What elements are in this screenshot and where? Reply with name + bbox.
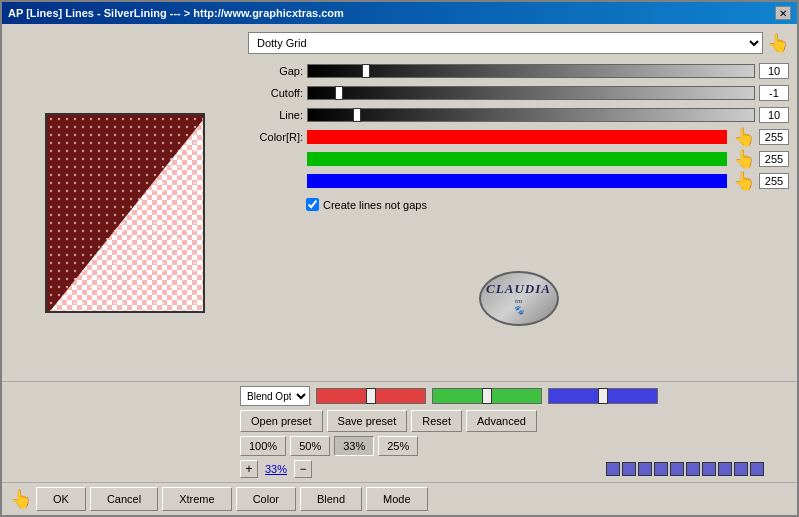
title-bar: AP [Lines] Lines - SilverLining --- > ht… [2, 2, 797, 24]
mini-sq-9[interactable] [734, 462, 748, 476]
mini-sq-7[interactable] [702, 462, 716, 476]
blend-blue-handle[interactable] [598, 388, 608, 404]
logo-paw: 🐾 [513, 305, 524, 315]
line-value[interactable]: 10 [759, 107, 789, 123]
preset-buttons-row: Open preset Save preset Reset Advanced [240, 410, 789, 432]
save-preset-button[interactable]: Save preset [327, 410, 408, 432]
ok-button[interactable]: OK [36, 487, 86, 511]
line-handle[interactable] [353, 108, 361, 122]
create-lines-checkbox[interactable] [306, 198, 319, 211]
cutoff-handle[interactable] [335, 86, 343, 100]
blend-red-slider[interactable] [316, 388, 426, 404]
dropdown-row: Dotty Grid 👆 [248, 32, 789, 54]
gap-value[interactable]: 10 [759, 63, 789, 79]
mini-sq-10[interactable] [750, 462, 764, 476]
controls-panel: Dotty Grid 👆 Gap: 10 Cutoff: -1 [248, 32, 789, 373]
zoom-plus-minus-row: + 33% − [240, 460, 789, 478]
zoom-100-button[interactable]: 100% [240, 436, 286, 456]
line-slider[interactable] [307, 108, 755, 122]
blend-button[interactable]: Blend [300, 487, 362, 511]
logo-subtext: tm [515, 297, 522, 305]
mini-sq-8[interactable] [718, 462, 732, 476]
cutoff-value[interactable]: -1 [759, 85, 789, 101]
mini-sq-4[interactable] [654, 462, 668, 476]
gap-slider-row: Gap: 10 [248, 62, 789, 80]
blend-green-slider[interactable] [432, 388, 542, 404]
cancel-button[interactable]: Cancel [90, 487, 158, 511]
action-buttons-row: 👆 OK Cancel Xtreme Color Blend Mode [2, 482, 797, 515]
color-r-value[interactable]: 255 [759, 129, 789, 145]
cutoff-slider[interactable] [307, 86, 755, 100]
mini-squares [606, 462, 764, 476]
line-label: Line: [248, 109, 303, 121]
cutoff-slider-row: Cutoff: -1 [248, 84, 789, 102]
zoom-25-button[interactable]: 25% [378, 436, 418, 456]
preview-box [45, 113, 205, 313]
mini-sq-6[interactable] [686, 462, 700, 476]
blend-blue-slider[interactable] [548, 388, 658, 404]
blend-dropdown[interactable]: Blend Opti [240, 386, 310, 406]
preset-dropdown[interactable]: Dotty Grid [248, 32, 763, 54]
preview-panel [10, 32, 240, 373]
gap-handle[interactable] [362, 64, 370, 78]
pointer-icon-g: 👆 [733, 148, 755, 170]
bottom-controls: Blend Opti Open preset Save preset Reset… [2, 381, 797, 482]
checkbox-row: Create lines not gaps [306, 198, 789, 211]
color-g-value[interactable]: 255 [759, 151, 789, 167]
reset-button[interactable]: Reset [411, 410, 462, 432]
create-lines-label: Create lines not gaps [323, 199, 427, 211]
zoom-minus-button[interactable]: − [294, 460, 312, 478]
mini-sq-2[interactable] [622, 462, 636, 476]
color-b-value[interactable]: 255 [759, 173, 789, 189]
color-b-slider[interactable] [307, 174, 727, 188]
svg-rect-6 [47, 115, 205, 313]
color-g-slider-row: 👆 255 [248, 150, 789, 168]
advanced-button[interactable]: Advanced [466, 410, 537, 432]
zoom-current-value[interactable]: 33% [262, 463, 290, 475]
cutoff-label: Cutoff: [248, 87, 303, 99]
pointer-icon-b: 👆 [733, 170, 755, 192]
gap-slider[interactable] [307, 64, 755, 78]
open-preset-button[interactable]: Open preset [240, 410, 323, 432]
mini-sq-5[interactable] [670, 462, 684, 476]
mini-sq-1[interactable] [606, 462, 620, 476]
mode-button[interactable]: Mode [366, 487, 428, 511]
color-r-slider[interactable] [307, 130, 727, 144]
pointer-icon: 👆 [767, 32, 789, 54]
color-b-slider-row: 👆 255 [248, 172, 789, 190]
close-button[interactable]: ✕ [775, 6, 791, 20]
pointer-icon-ok: 👆 [10, 488, 32, 510]
pointer-icon-r: 👆 [733, 126, 755, 148]
zoom-plus-button[interactable]: + [240, 460, 258, 478]
color-button[interactable]: Color [236, 487, 296, 511]
blend-red-handle[interactable] [366, 388, 376, 404]
claudia-logo: CLAUDIA tm 🐾 [479, 271, 559, 326]
color-r-label: Color[R]: [248, 131, 303, 143]
main-content: Dotty Grid 👆 Gap: 10 Cutoff: -1 [2, 24, 797, 381]
color-r-slider-row: Color[R]: 👆 255 [248, 128, 789, 146]
line-slider-row: Line: 10 [248, 106, 789, 124]
logo-area: CLAUDIA tm 🐾 [248, 223, 789, 373]
zoom-33-button[interactable]: 33% [334, 436, 374, 456]
zoom-50-button[interactable]: 50% [290, 436, 330, 456]
blend-green-handle[interactable] [482, 388, 492, 404]
mini-sq-3[interactable] [638, 462, 652, 476]
zoom-row: 100% 50% 33% 25% [240, 436, 789, 456]
logo-text: CLAUDIA [486, 281, 551, 297]
blend-row: Blend Opti [240, 386, 789, 406]
window-title: AP [Lines] Lines - SilverLining --- > ht… [8, 7, 344, 19]
main-window: AP [Lines] Lines - SilverLining --- > ht… [0, 0, 799, 517]
gap-label: Gap: [248, 65, 303, 77]
xtreme-button[interactable]: Xtreme [162, 487, 231, 511]
color-g-slider[interactable] [307, 152, 727, 166]
